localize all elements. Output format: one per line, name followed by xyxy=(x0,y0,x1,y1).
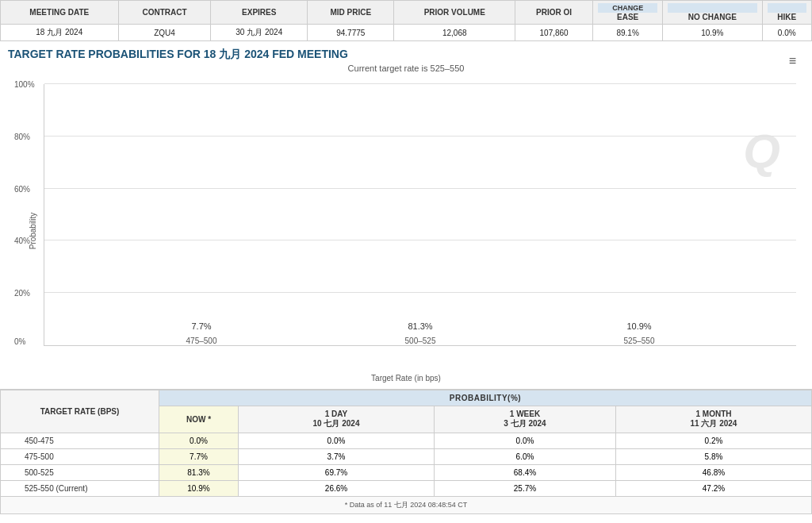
footnote: * Data as of 11 七月 2024 08:48:54 CT xyxy=(1,497,812,514)
1week-col-header: 1 WEEK 3 七月 2024 xyxy=(435,406,616,433)
y-tick-20: 20% xyxy=(14,289,30,298)
bar-group-525-550: 10.9% 525–550 xyxy=(607,321,671,345)
bar-label-bottom-1: 475–500 xyxy=(186,336,217,345)
now-value: 7.7% xyxy=(159,449,239,465)
day1-value: 3.7% xyxy=(239,449,435,465)
ease-header: CHANGE EASE xyxy=(593,1,663,25)
1day-col-header: 1 DAY 10 七月 2024 xyxy=(239,406,435,433)
hike-value: 0.0% xyxy=(762,25,812,41)
y-tick-100: 100% xyxy=(14,80,35,89)
rate-label: 525-550 (Current) xyxy=(1,481,159,497)
x-axis-title: Target Rate (in bps) xyxy=(8,374,804,383)
prob-table-row: 525-550 (Current) 10.9% 26.6% 25.7% 47.2… xyxy=(1,481,812,497)
hike-header: HIKE xyxy=(762,1,812,25)
ease-value: 89.1% xyxy=(593,25,663,41)
day1-value: 69.7% xyxy=(239,465,435,481)
chart-area: 100% 80% 60% 40% 20% 0% 7.7% 475–50 xyxy=(44,84,796,346)
bar-label-top-3: 10.9% xyxy=(626,321,651,331)
probability-section-header: PROBABILITY(%) xyxy=(159,390,812,406)
contract-value: ZQU4 xyxy=(118,25,211,41)
header-table: MEETING DATE CONTRACT EXPIRES MID PRICE … xyxy=(0,0,812,41)
prob-table-row: 450-475 0.0% 0.0% 0.0% 0.2% xyxy=(1,433,812,449)
now-col-header: NOW * xyxy=(159,406,239,433)
prior-oi-value: 107,860 xyxy=(515,25,593,41)
month1-value: 5.8% xyxy=(615,449,811,465)
y-tick-80: 80% xyxy=(14,132,30,140)
menu-icon[interactable]: ≡ xyxy=(789,54,796,68)
rate-label: 500-525 xyxy=(1,465,159,481)
y-tick-60: 60% xyxy=(14,184,30,193)
month1-value: 46.8% xyxy=(615,465,811,481)
y-tick-40: 40% xyxy=(14,237,30,245)
chart-subtitle: Current target rate is 525–550 xyxy=(8,63,804,73)
target-rate-header: TARGET RATE (BPS) xyxy=(1,390,159,433)
expires-value: 30 九月 2024 xyxy=(211,25,308,41)
bar-label-top-2: 81.3% xyxy=(408,321,432,331)
prior-oi-header: PRIOR OI xyxy=(515,1,593,25)
meeting-date-value: 18 九月 2024 xyxy=(1,25,119,41)
bars-wrapper: 7.7% 475–500 81.3% 500–525 10.9% 525–550 xyxy=(44,84,796,345)
month1-value: 47.2% xyxy=(615,481,811,497)
probability-section: TARGET RATE (BPS) PROBABILITY(%) NOW * 1… xyxy=(0,390,812,514)
y-tick-0: 0% xyxy=(14,337,25,346)
month1-value: 0.2% xyxy=(615,433,811,449)
now-value: 0.0% xyxy=(159,433,239,449)
contract-header: CONTRACT xyxy=(118,1,211,25)
chart-title: TARGET RATE PROBABILITIES FOR 18 九月 2024… xyxy=(8,48,804,62)
1month-col-header: 1 MONTH 11 六月 2024 xyxy=(615,406,811,433)
no-change-value: 10.9% xyxy=(663,25,762,41)
week1-value: 68.4% xyxy=(435,465,616,481)
probability-table: TARGET RATE (BPS) PROBABILITY(%) NOW * 1… xyxy=(0,390,812,514)
chart-section: TARGET RATE PROBABILITIES FOR 18 九月 2024… xyxy=(0,41,812,390)
day1-value: 26.6% xyxy=(239,481,435,497)
prior-volume-value: 12,068 xyxy=(394,25,515,41)
rate-label: 450-475 xyxy=(1,433,159,449)
mid-price-header: MID PRICE xyxy=(308,1,394,25)
meeting-date-header: MEETING DATE xyxy=(1,1,119,25)
expires-header: EXPIRES xyxy=(211,1,308,25)
day1-value: 0.0% xyxy=(239,433,435,449)
week1-value: 25.7% xyxy=(435,481,616,497)
rate-label: 475-500 xyxy=(1,449,159,465)
prob-table-row: 500-525 81.3% 69.7% 68.4% 46.8% xyxy=(1,465,812,481)
bar-group-475-500: 7.7% 475–500 xyxy=(170,321,233,345)
bar-label-bottom-2: 500–525 xyxy=(405,336,436,345)
week1-value: 6.0% xyxy=(435,449,616,465)
mid-price-value: 94.7775 xyxy=(308,25,394,41)
prob-table-row: 475-500 7.7% 3.7% 6.0% 5.8% xyxy=(1,449,812,465)
bar-label-top-1: 7.7% xyxy=(191,321,211,331)
prior-volume-header: PRIOR VOLUME xyxy=(394,1,515,25)
now-value: 10.9% xyxy=(159,481,239,497)
bar-label-bottom-3: 525–550 xyxy=(624,336,655,345)
now-value: 81.3% xyxy=(159,465,239,481)
bar-group-500-525: 81.3% 500–525 xyxy=(389,321,452,345)
week1-value: 0.0% xyxy=(435,433,616,449)
no-change-header: NO CHANGE xyxy=(663,1,762,25)
